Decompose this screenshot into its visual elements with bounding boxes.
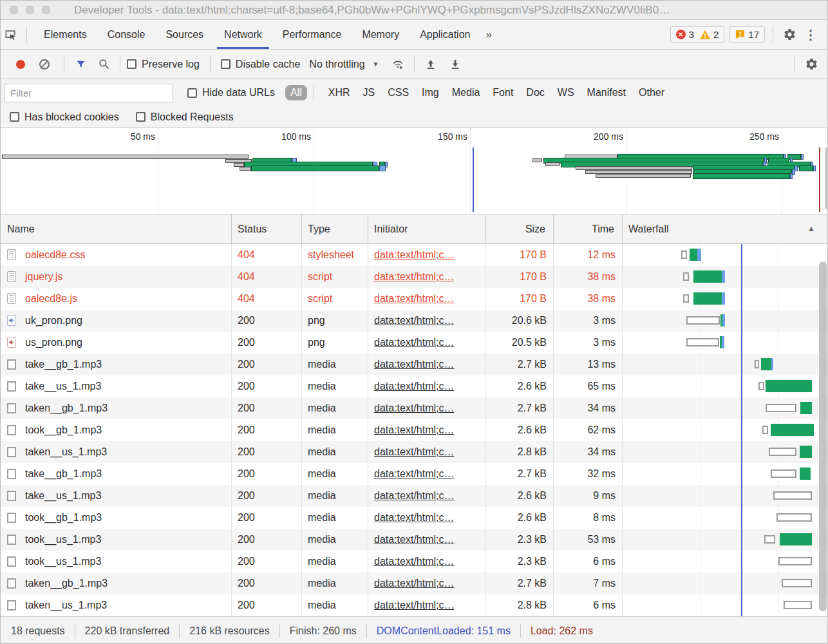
request-row[interactable]: take__gb_1.mp3200mediadata:text/html;c…2… xyxy=(1,463,827,485)
has-blocked-cookies-checkbox[interactable] xyxy=(10,112,19,122)
request-initiator-link[interactable]: data:text/html;c… xyxy=(374,573,455,594)
request-row[interactable]: take__us_1.mp3200mediadata:text/html;c…2… xyxy=(1,375,827,397)
column-header-size[interactable]: Size xyxy=(485,214,545,243)
tab-elements[interactable]: Elements xyxy=(33,20,97,49)
has-blocked-cookies-group[interactable]: Has blocked cookies xyxy=(10,111,119,123)
column-header-name[interactable]: Name xyxy=(7,214,35,243)
column-header-time[interactable]: Time xyxy=(553,214,614,243)
resource-type-filter-manifest[interactable]: Manifest xyxy=(582,85,631,100)
column-header-initiator[interactable]: Initiator xyxy=(374,214,408,243)
tab-network[interactable]: Network xyxy=(214,20,272,49)
more-tabs-chevron-icon[interactable]: » xyxy=(480,28,496,41)
request-initiator-link[interactable]: data:text/html;c… xyxy=(374,244,455,266)
sort-ascending-icon[interactable]: ▲ xyxy=(807,214,815,243)
resource-type-filter-css[interactable]: CSS xyxy=(382,85,414,100)
issues-badge[interactable]: 17 xyxy=(729,26,765,43)
request-row[interactable]: taken__gb_1.mp3200mediadata:text/html;c…… xyxy=(1,397,827,419)
tab-application[interactable]: Application xyxy=(409,20,480,49)
resource-type-filter-ws[interactable]: WS xyxy=(552,85,579,100)
error-icon: ✕ xyxy=(676,30,686,39)
request-initiator-link[interactable]: data:text/html;c… xyxy=(374,551,455,573)
column-header-waterfall[interactable]: Waterfall xyxy=(628,214,669,243)
request-time: 38 ms xyxy=(553,266,616,288)
audio-icon xyxy=(7,337,16,348)
disable-cache-checkbox[interactable] xyxy=(221,59,231,69)
zoom-window-button[interactable] xyxy=(42,6,50,14)
request-initiator-link[interactable]: data:text/html;c… xyxy=(374,441,455,463)
request-initiator-link[interactable]: data:text/html;c… xyxy=(374,463,455,485)
request-initiator-link[interactable]: data:text/html;c… xyxy=(374,375,455,397)
network-settings-gear-icon[interactable] xyxy=(802,53,821,75)
import-har-icon[interactable] xyxy=(421,53,440,75)
column-divider xyxy=(368,244,368,616)
export-har-icon[interactable] xyxy=(446,53,465,75)
request-row[interactable]: oalecd8e.css404stylesheetdata:text/html;… xyxy=(1,244,827,266)
request-row[interactable]: take__us_1.mp3200mediadata:text/html;c…2… xyxy=(1,485,827,507)
more-options-icon[interactable]: ⋮ xyxy=(799,27,822,43)
request-row[interactable]: uk_pron.png200pngdata:text/html;c…20.6 k… xyxy=(1,310,827,332)
request-row[interactable]: took__gb_1.mp3200mediadata:text/html;c…2… xyxy=(1,507,827,529)
throttling-dropdown[interactable]: No throttling ▼ xyxy=(309,59,379,70)
hide-data-urls-group[interactable]: Hide data URLs xyxy=(187,87,275,99)
request-row[interactable]: taken__us_1.mp3200mediadata:text/html;c…… xyxy=(1,594,827,616)
request-initiator-link[interactable]: data:text/html;c… xyxy=(374,529,455,551)
request-status: 404 xyxy=(238,288,255,310)
filter-funnel-icon[interactable] xyxy=(71,53,90,75)
disable-cache-checkbox-group[interactable]: Disable cache xyxy=(221,59,301,70)
request-row[interactable]: taken__gb_1.mp3200mediadata:text/html;c…… xyxy=(1,573,827,594)
request-row[interactable]: oalecd8e.js404scriptdata:text/html;c…170… xyxy=(1,288,827,310)
preserve-log-checkbox[interactable] xyxy=(127,59,136,69)
preserve-log-checkbox-group[interactable]: Preserve log xyxy=(127,59,200,70)
close-window-button[interactable] xyxy=(10,6,18,14)
request-row[interactable]: took__gb_1.mp3200mediadata:text/html;c…2… xyxy=(1,419,827,441)
request-row[interactable]: took__us_1.mp3200mediadata:text/html;c…2… xyxy=(1,529,827,551)
request-initiator-link[interactable]: data:text/html;c… xyxy=(374,266,455,288)
resource-type-filter-js[interactable]: JS xyxy=(358,85,381,100)
request-initiator-link[interactable]: data:text/html;c… xyxy=(374,397,455,419)
request-initiator-link[interactable]: data:text/html;c… xyxy=(374,507,455,529)
column-header-status[interactable]: Status xyxy=(238,214,267,243)
request-status: 200 xyxy=(238,419,255,441)
request-initiator-link[interactable]: data:text/html;c… xyxy=(374,594,455,616)
clear-network-log-icon[interactable] xyxy=(39,59,50,70)
request-initiator-link[interactable]: data:text/html;c… xyxy=(374,485,455,507)
request-initiator-link[interactable]: data:text/html;c… xyxy=(374,332,455,354)
tab-console[interactable]: Console xyxy=(97,20,156,49)
settings-gear-icon[interactable] xyxy=(780,24,799,46)
request-row[interactable]: took__us_1.mp3200mediadata:text/html;c…2… xyxy=(1,551,827,573)
network-conditions-icon[interactable] xyxy=(388,53,408,75)
resource-type-filter-media[interactable]: Media xyxy=(447,85,485,100)
resource-type-filter-img[interactable]: Img xyxy=(417,85,444,100)
overview-scrollbar[interactable] xyxy=(825,147,827,209)
request-initiator-link[interactable]: data:text/html;c… xyxy=(374,354,455,375)
request-initiator-link[interactable]: data:text/html;c… xyxy=(374,310,455,332)
request-name: taken__us_1.mp3 xyxy=(25,441,107,463)
vertical-scrollbar[interactable] xyxy=(819,261,827,611)
request-row[interactable]: taken__us_1.mp3200mediadata:text/html;c…… xyxy=(1,441,827,463)
column-header-type[interactable]: Type xyxy=(308,214,330,243)
tab-memory[interactable]: Memory xyxy=(352,20,409,49)
inspect-element-icon[interactable] xyxy=(1,24,20,46)
resource-type-filter-xhr[interactable]: XHR xyxy=(323,85,355,100)
resource-type-filter-font[interactable]: Font xyxy=(487,85,518,100)
request-row[interactable]: jquery.js404scriptdata:text/html;c…170 B… xyxy=(1,266,827,288)
tab-sources[interactable]: Sources xyxy=(155,20,214,49)
request-row[interactable]: us_pron.png200pngdata:text/html;c…20.5 k… xyxy=(1,332,827,354)
resource-type-filter-doc[interactable]: Doc xyxy=(521,85,549,100)
hide-data-urls-checkbox[interactable] xyxy=(187,88,197,98)
record-network-log-button[interactable] xyxy=(16,60,25,69)
resource-type-filter-all[interactable]: All xyxy=(285,85,307,100)
search-icon[interactable] xyxy=(94,53,113,75)
blocked-requests-checkbox[interactable] xyxy=(136,112,146,122)
network-overview-timeline[interactable]: 50 ms100 ms150 ms200 ms250 ms xyxy=(1,128,827,214)
tab-performance[interactable]: Performance xyxy=(272,20,352,49)
blocked-requests-group[interactable]: Blocked Requests xyxy=(136,111,234,123)
filter-input[interactable] xyxy=(5,84,173,102)
request-row[interactable]: take__gb_1.mp3200mediadata:text/html;c…2… xyxy=(1,354,827,375)
minimize-window-button[interactable] xyxy=(26,6,34,14)
console-errors-badge[interactable]: ✕ 3 2 xyxy=(670,26,725,43)
resource-type-filter-other[interactable]: Other xyxy=(634,85,670,100)
request-initiator-link[interactable]: data:text/html;c… xyxy=(374,288,455,310)
request-initiator-link[interactable]: data:text/html;c… xyxy=(374,419,455,441)
window-title: Developer Tools - data:text/html;charset… xyxy=(74,1,670,19)
